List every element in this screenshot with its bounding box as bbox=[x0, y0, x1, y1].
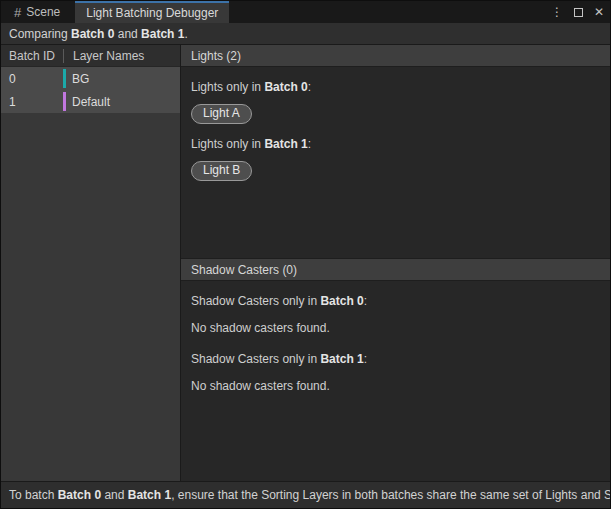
tab-scene[interactable]: # Scene bbox=[3, 1, 71, 23]
light-a-pill-button[interactable]: Light A bbox=[191, 104, 252, 124]
batch-table-panel: Batch ID Layer Names 0 BG 1 Default bbox=[1, 45, 181, 481]
layer-color-bar bbox=[63, 69, 66, 88]
comparing-text: Comparing Batch 0 and Batch 1. bbox=[9, 27, 188, 41]
shadow-casters-batch-1-empty-message: No shadow casters found. bbox=[191, 379, 600, 393]
tab-scene-label: Scene bbox=[26, 5, 60, 19]
maximize-icon[interactable] bbox=[571, 5, 585, 19]
maximize-box bbox=[574, 8, 583, 17]
layer-name-label: BG bbox=[72, 72, 89, 86]
light-batching-debugger-window: # Scene Light Batching Debugger ⋮ ✕ Comp… bbox=[0, 0, 611, 509]
layer-name-cell: Default bbox=[63, 90, 180, 113]
lights-batch-1-label: Lights only in Batch 1: bbox=[191, 137, 600, 151]
batch-table-header: Batch ID Layer Names bbox=[1, 45, 180, 67]
lights-batch-0-label: Lights only in Batch 0: bbox=[191, 80, 600, 94]
lights-section-title: Lights (2) bbox=[191, 49, 241, 63]
shadow-casters-batch-0-label: Shadow Casters only in Batch 0: bbox=[191, 294, 600, 308]
lights-section-header: Lights (2) bbox=[181, 45, 610, 67]
batching-hint-text: To batch Batch 0 and Batch 1, ensure tha… bbox=[9, 488, 610, 502]
light-b-pill-button[interactable]: Light B bbox=[191, 161, 252, 181]
comparison-detail-panel: Lights (2) Lights only in Batch 0: Light… bbox=[181, 45, 610, 481]
close-icon[interactable]: ✕ bbox=[592, 5, 606, 19]
batching-hint-bar: To batch Batch 0 and Batch 1, ensure tha… bbox=[1, 481, 610, 508]
batch-id-cell: 1 bbox=[1, 95, 63, 109]
comparing-status-bar: Comparing Batch 0 and Batch 1. bbox=[1, 23, 610, 45]
table-row-batch-1[interactable]: 1 Default bbox=[1, 90, 180, 113]
table-row-batch-0[interactable]: 0 BG bbox=[1, 67, 180, 90]
shadow-casters-section-body: Shadow Casters only in Batch 0: No shado… bbox=[181, 281, 610, 481]
grid-icon: # bbox=[14, 6, 21, 19]
window-tab-bar: # Scene Light Batching Debugger ⋮ ✕ bbox=[1, 1, 610, 23]
shadow-casters-section-title: Shadow Casters (0) bbox=[191, 263, 297, 277]
batch-id-cell: 0 bbox=[1, 72, 63, 86]
lights-section-body: Lights only in Batch 0: Light A Lights o… bbox=[181, 67, 610, 259]
layer-color-bar bbox=[63, 92, 66, 111]
tab-light-batching-debugger-label: Light Batching Debugger bbox=[86, 6, 218, 20]
layer-name-label: Default bbox=[72, 95, 110, 109]
shadow-casters-batch-1-label: Shadow Casters only in Batch 1: bbox=[191, 352, 600, 366]
tab-light-batching-debugger[interactable]: Light Batching Debugger bbox=[75, 1, 229, 23]
shadow-casters-section-header: Shadow Casters (0) bbox=[181, 259, 610, 281]
window-controls: ⋮ ✕ bbox=[550, 1, 606, 23]
main-split: Batch ID Layer Names 0 BG 1 Default bbox=[1, 45, 610, 481]
column-header-layer-names: Layer Names bbox=[63, 49, 180, 63]
layer-name-cell: BG bbox=[63, 67, 180, 90]
shadow-casters-batch-0-empty-message: No shadow casters found. bbox=[191, 321, 600, 335]
column-header-batch-id: Batch ID bbox=[1, 49, 63, 63]
menu-icon[interactable]: ⋮ bbox=[550, 5, 564, 19]
